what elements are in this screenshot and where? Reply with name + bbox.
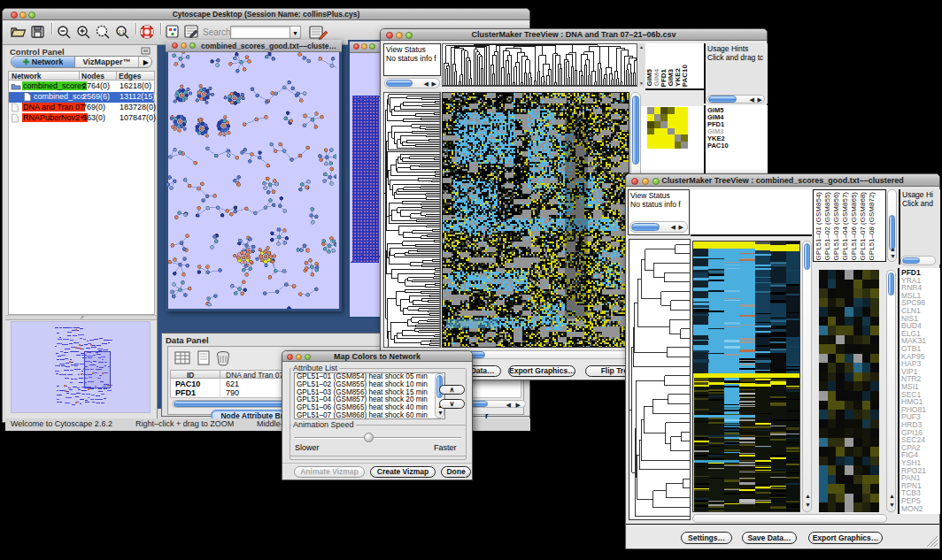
svg-text:1:1: 1:1	[119, 29, 125, 35]
